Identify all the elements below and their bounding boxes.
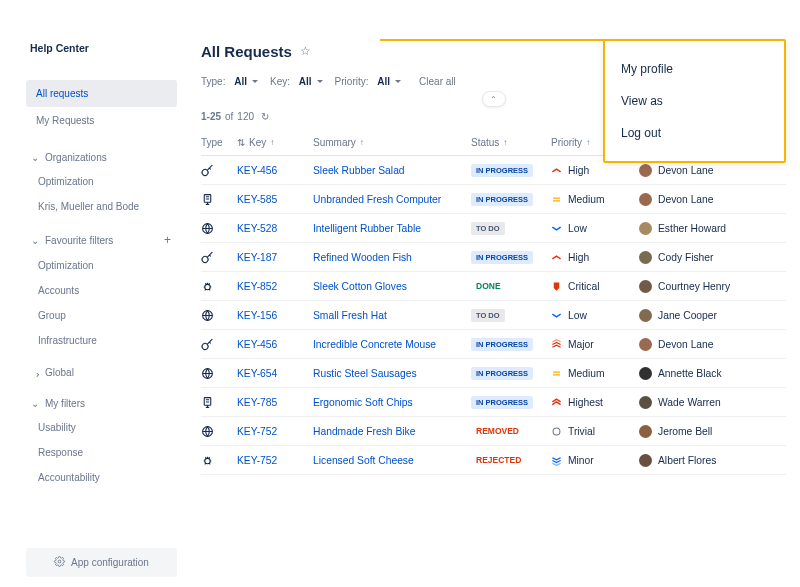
- assignee-cell: Devon Lane: [639, 164, 769, 177]
- table-row[interactable]: KEY-785 Ergonomic Soft Chips IN PROGRESS…: [201, 388, 786, 417]
- table-row[interactable]: KEY-187 Refined Wooden Fish IN PROGRESS …: [201, 243, 786, 272]
- sidebar-sub-item[interactable]: Group: [26, 303, 177, 328]
- avatar: [639, 222, 652, 235]
- sidebar-item-all-requests[interactable]: All requests: [26, 80, 177, 107]
- sidebar-group-myfilters[interactable]: ⌄ My filters: [26, 390, 177, 415]
- priority-cell: Medium: [551, 368, 639, 379]
- issue-type-icon: [201, 164, 237, 177]
- filter-key[interactable]: Key: All: [270, 76, 323, 87]
- status-badge: DONE: [471, 279, 506, 293]
- sidebar-group-label: Global: [45, 367, 74, 378]
- issue-summary-link[interactable]: Ergonomic Soft Chips: [313, 397, 413, 408]
- issue-summary-link[interactable]: Sleek Cotton Gloves: [313, 281, 407, 292]
- priority-minor-icon: [551, 455, 562, 466]
- table-row[interactable]: KEY-654 Rustic Steel Sausages IN PROGRES…: [201, 359, 786, 388]
- chevron-down-icon: ⌄: [30, 152, 40, 163]
- issue-key-link[interactable]: KEY-852: [237, 281, 277, 292]
- avatar: [639, 193, 652, 206]
- assignee-name: Cody Fisher: [658, 252, 714, 263]
- priority-label: Medium: [568, 194, 605, 205]
- app-configuration[interactable]: App configuration: [26, 548, 177, 577]
- sidebar-sub-item[interactable]: Response: [26, 440, 177, 465]
- issue-summary-link[interactable]: Rustic Steel Sausages: [313, 368, 417, 379]
- sidebar-group-favourite[interactable]: ⌄ Favourite filters +: [26, 225, 177, 253]
- col-status[interactable]: Status↑: [471, 137, 551, 148]
- sidebar-sub-item[interactable]: Optimization: [26, 253, 177, 278]
- issue-summary-link[interactable]: Small Fresh Hat: [313, 310, 387, 321]
- sidebar-sub-item[interactable]: Accounts: [26, 278, 177, 303]
- issue-key-link[interactable]: KEY-156: [237, 310, 277, 321]
- filter-priority[interactable]: Priority: All: [335, 76, 401, 87]
- sidebar-item-my-requests[interactable]: My Requests: [26, 107, 177, 134]
- sidebar-sub-item[interactable]: Usability: [26, 415, 177, 440]
- issue-key-link[interactable]: KEY-752: [237, 455, 277, 466]
- priority-low-icon: [551, 310, 562, 321]
- col-summary[interactable]: Summary↑: [313, 137, 471, 148]
- priority-trivial-icon: [551, 426, 562, 437]
- issue-key-link[interactable]: KEY-654: [237, 368, 277, 379]
- app-configuration-label: App configuration: [71, 557, 149, 568]
- table-row[interactable]: KEY-752 Licensed Soft Cheese REJECTED Mi…: [201, 446, 786, 475]
- sidebar-sub-item[interactable]: Accountability: [26, 465, 177, 490]
- table-row[interactable]: KEY-528 Intelligent Rubber Table TO DO L…: [201, 214, 786, 243]
- col-key[interactable]: ⇅Key↑: [237, 137, 313, 148]
- sidebar-group-organizations[interactable]: ⌄ Organizations: [26, 144, 177, 169]
- priority-label: Low: [568, 223, 587, 234]
- issue-key-link[interactable]: KEY-585: [237, 194, 277, 205]
- table-row[interactable]: KEY-752 Handmade Fresh Bike REMOVED Triv…: [201, 417, 786, 446]
- profile-menu-my-profile[interactable]: My profile: [605, 53, 784, 85]
- profile-menu-view-as[interactable]: View as: [605, 85, 784, 117]
- priority-label: Major: [568, 339, 594, 350]
- issue-key-link[interactable]: KEY-752: [237, 426, 277, 437]
- clear-all-button[interactable]: Clear all: [419, 76, 456, 87]
- issue-key-link[interactable]: KEY-187: [237, 252, 277, 263]
- avatar: [639, 454, 652, 467]
- priority-label: Highest: [568, 397, 603, 408]
- issue-type-icon: [201, 222, 237, 235]
- issue-summary-link[interactable]: Unbranded Fresh Computer: [313, 194, 441, 205]
- issue-type-icon: [201, 425, 237, 438]
- arrow-up-icon: ↑: [503, 138, 507, 147]
- arrow-up-icon: ↑: [360, 138, 364, 147]
- sidebar-sub-item[interactable]: Kris, Mueller and Bode: [26, 194, 177, 219]
- assignee-name: Wade Warren: [658, 397, 721, 408]
- gear-icon: [54, 556, 65, 569]
- refresh-icon[interactable]: ↻: [261, 111, 269, 122]
- avatar: [639, 367, 652, 380]
- sidebar-sub-item[interactable]: Infrastructure: [26, 328, 177, 353]
- plus-icon[interactable]: +: [164, 233, 171, 247]
- chevron-down-icon: ⌄: [30, 235, 40, 246]
- priority-cell: Minor: [551, 455, 639, 466]
- col-type[interactable]: Type: [201, 137, 237, 148]
- issue-summary-link[interactable]: Licensed Soft Cheese: [313, 455, 414, 466]
- issue-summary-link[interactable]: Handmade Fresh Bike: [313, 426, 415, 437]
- issue-key-link[interactable]: KEY-456: [237, 165, 277, 176]
- table-row[interactable]: KEY-585 Unbranded Fresh Computer IN PROG…: [201, 185, 786, 214]
- priority-label: High: [568, 165, 589, 176]
- filter-type[interactable]: Type: All: [201, 76, 258, 87]
- issue-key-link[interactable]: KEY-528: [237, 223, 277, 234]
- issue-summary-link[interactable]: Sleek Rubber Salad: [313, 165, 405, 176]
- issue-type-icon: [201, 367, 237, 380]
- table-row[interactable]: KEY-456 Incredible Concrete Mouse IN PRO…: [201, 330, 786, 359]
- status-badge: IN PROGRESS: [471, 251, 533, 264]
- table-row[interactable]: KEY-156 Small Fresh Hat TO DO Low Jane C…: [201, 301, 786, 330]
- assignee-name: Jane Cooper: [658, 310, 717, 321]
- status-badge: IN PROGRESS: [471, 193, 533, 206]
- sidebar-group-global[interactable]: ⌄ Global: [26, 359, 177, 384]
- profile-menu-log-out[interactable]: Log out: [605, 117, 784, 149]
- issue-summary-link[interactable]: Refined Wooden Fish: [313, 252, 412, 263]
- star-icon[interactable]: ☆: [300, 44, 311, 58]
- issue-key-link[interactable]: KEY-785: [237, 397, 277, 408]
- assignee-cell: Annette Black: [639, 367, 769, 380]
- sidebar-sub-item[interactable]: Optimization: [26, 169, 177, 194]
- assignee-name: Devon Lane: [658, 339, 714, 350]
- priority-cell: Critical: [551, 281, 639, 292]
- issue-key-link[interactable]: KEY-456: [237, 339, 277, 350]
- table-row[interactable]: KEY-852 Sleek Cotton Gloves DONE Critica…: [201, 272, 786, 301]
- sidebar-group-label: My filters: [45, 398, 85, 409]
- assignee-cell: Jane Cooper: [639, 309, 769, 322]
- issue-summary-link[interactable]: Incredible Concrete Mouse: [313, 339, 436, 350]
- issue-summary-link[interactable]: Intelligent Rubber Table: [313, 223, 421, 234]
- collapse-filters-handle[interactable]: ⌃: [482, 91, 506, 107]
